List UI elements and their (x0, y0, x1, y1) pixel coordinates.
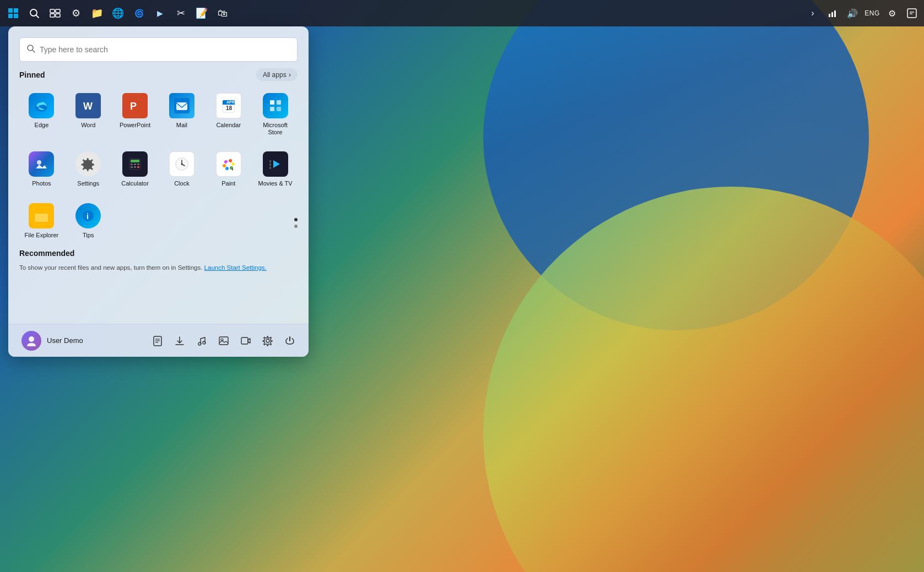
svg-rect-32 (270, 107, 274, 111)
search-taskbar-icon[interactable] (25, 4, 43, 22)
app-word[interactable]: W Word (66, 88, 111, 141)
user-info[interactable]: User Demo (17, 328, 88, 354)
app-file-explorer[interactable]: File Explorer (19, 198, 64, 244)
videos-button[interactable] (236, 331, 256, 351)
search-bar-container (8, 26, 309, 68)
task-view-icon[interactable] (46, 4, 64, 22)
svg-point-65 (29, 336, 34, 342)
settings-taskbar-icon[interactable]: ⚙ (67, 4, 85, 22)
music-button[interactable] (192, 331, 212, 351)
app-movies[interactable]: Movies & TV (253, 146, 298, 193)
taskbar: ⚙ 📁 🌐 🌀 ▶ ✂ 📝 🛍 › 🔊 ENG ⚙ (0, 0, 924, 26)
svg-point-53 (225, 167, 229, 170)
svg-rect-12 (834, 10, 836, 17)
start-menu: Pinned All apps › Edge (8, 26, 309, 357)
svg-text:P: P (130, 101, 137, 112)
app-clock[interactable]: Clock (160, 146, 204, 193)
app-calendar[interactable]: APR 18 Calendar (206, 88, 251, 141)
svg-point-48 (181, 164, 182, 165)
app-grid-row2: Photos Settings (19, 146, 298, 193)
svg-point-34 (37, 160, 41, 165)
all-apps-label: All apps (263, 71, 287, 79)
settings-bottom-button[interactable] (258, 331, 278, 351)
svg-line-5 (36, 15, 39, 18)
windows-start-icon[interactable] (4, 4, 22, 22)
all-apps-chevron-icon: › (289, 70, 291, 79)
svg-text:i: i (87, 212, 89, 221)
svg-rect-58 (269, 160, 271, 162)
svg-text:APR: APR (226, 100, 235, 104)
launch-settings-link[interactable]: Launch Start Settings. (204, 264, 267, 271)
taskbar-right: › 🔊 ENG ⚙ (805, 6, 920, 21)
app-calculator[interactable]: Calculator (113, 146, 158, 193)
svg-rect-41 (131, 166, 133, 168)
app-mail[interactable]: Mail (160, 88, 204, 141)
clock-icon (169, 151, 194, 177)
start-menu-bottom: User Demo (8, 324, 309, 357)
calculator-icon (122, 151, 148, 177)
edge-dev-taskbar-icon[interactable]: 🌀 (130, 4, 148, 22)
recommended-description: To show your recent files and new apps, … (19, 264, 298, 271)
microsoft-store-icon (263, 93, 288, 118)
edge-taskbar-icon[interactable]: 🌐 (109, 4, 127, 22)
svg-rect-42 (134, 166, 136, 168)
app-powerpoint[interactable]: P PowerPoint (113, 88, 158, 141)
svg-rect-73 (219, 337, 228, 345)
search-input[interactable] (40, 45, 290, 54)
language-label[interactable]: ENG (864, 6, 880, 21)
notepad-taskbar-icon[interactable]: 📝 (193, 4, 210, 22)
svg-rect-31 (277, 100, 281, 105)
settings-label: Settings (77, 180, 99, 187)
pictures-button[interactable] (214, 331, 234, 351)
user-avatar (21, 331, 41, 351)
file-explorer-taskbar-icon[interactable]: 📁 (88, 4, 106, 22)
recommended-section: Recommended To show your recent files an… (8, 249, 309, 277)
app-microsoft-store[interactable]: Microsoft Store (253, 88, 298, 141)
paint-label: Paint (221, 180, 235, 187)
svg-rect-37 (131, 160, 139, 162)
downloads-button[interactable] (170, 331, 190, 351)
chevron-icon[interactable]: › (805, 6, 820, 21)
app-photos[interactable]: Photos (19, 146, 64, 193)
snip-taskbar-icon[interactable]: ✂ (172, 4, 190, 22)
movies-label: Movies & TV (258, 180, 293, 187)
tips-label: Tips (83, 232, 94, 239)
network-icon[interactable] (825, 6, 840, 21)
search-bar[interactable] (19, 37, 298, 62)
svg-rect-0 (8, 8, 13, 13)
store-taskbar-icon[interactable]: 🛍 (214, 4, 231, 22)
terminal-taskbar-icon[interactable]: ▶ (151, 4, 169, 22)
edge-icon (29, 93, 54, 118)
svg-rect-30 (270, 100, 274, 105)
user-name: User Demo (47, 336, 83, 345)
paint-icon (216, 151, 241, 177)
section-header-pinned: Pinned All apps › (19, 68, 298, 81)
mail-icon (169, 93, 194, 118)
pagination-dot-1[interactable] (294, 218, 298, 221)
documents-button[interactable] (148, 331, 167, 351)
pagination-dot-2[interactable] (294, 225, 298, 228)
app-paint[interactable]: Paint (206, 146, 251, 193)
svg-rect-24 (176, 102, 187, 110)
svg-rect-62 (35, 214, 48, 222)
app-tips[interactable]: i Tips (66, 198, 111, 244)
svg-rect-40 (137, 164, 139, 165)
powerpoint-label: PowerPoint (120, 122, 150, 129)
svg-rect-11 (831, 12, 833, 17)
svg-rect-7 (56, 9, 60, 13)
notification-icon[interactable] (904, 6, 920, 21)
all-apps-button[interactable]: All apps › (256, 68, 298, 81)
svg-rect-8 (50, 14, 55, 17)
pinned-title: Pinned (19, 70, 45, 79)
power-button[interactable] (280, 331, 300, 351)
app-settings[interactable]: Settings (66, 146, 111, 193)
svg-text:W: W (83, 101, 93, 112)
quick-settings-icon[interactable]: ⚙ (884, 6, 900, 21)
svg-rect-43 (137, 166, 139, 168)
powerpoint-icon: P (122, 93, 148, 118)
app-edge[interactable]: Edge (19, 88, 64, 141)
volume-icon[interactable]: 🔊 (845, 6, 860, 21)
taskbar-left: ⚙ 📁 🌐 🌀 ▶ ✂ 📝 🛍 (4, 4, 231, 22)
bottom-actions (148, 331, 300, 351)
word-label: Word (81, 122, 95, 129)
